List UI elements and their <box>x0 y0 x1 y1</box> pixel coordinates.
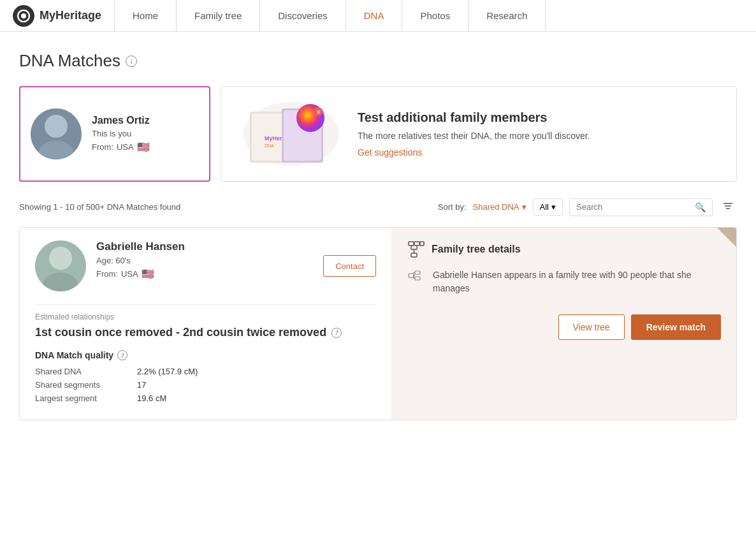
person-country: USA <box>117 142 134 152</box>
nav-item-family-tree[interactable]: Family tree <box>177 0 260 31</box>
svg-rect-21 <box>409 242 414 246</box>
nav-item-photos[interactable]: Photos <box>402 0 469 31</box>
shared-segments-label: Shared segments <box>35 380 137 390</box>
nav-item-discoveries[interactable]: Discoveries <box>260 0 346 31</box>
svg-text:DNA: DNA <box>265 143 274 148</box>
tree-icon <box>407 240 425 258</box>
family-tree-desc-text: Gabrielle Hansen appears in a family tre… <box>433 268 721 295</box>
estimated-relationships-label: Estimated relationships <box>35 312 376 321</box>
match-avatar <box>35 240 86 291</box>
info-icon[interactable]: i <box>126 55 137 67</box>
promo-title: Test additional family members <box>358 110 717 125</box>
filter-icon <box>722 200 734 212</box>
shared-segments-value: 17 <box>137 380 146 390</box>
filter-button[interactable] <box>719 197 737 217</box>
person-info: James Ortiz This is you From: USA 🇺🇸 <box>92 115 199 153</box>
match-name: Gabrielle Hansen <box>96 240 313 253</box>
person-avatar <box>31 108 82 159</box>
dna-quality-help-icon[interactable]: ? <box>117 350 127 360</box>
page-title-row: DNA Matches i <box>19 51 737 71</box>
estimated-relationship-value: 1st cousin once removed - 2nd cousin twi… <box>35 325 376 340</box>
family-tree-desc: Gabrielle Hansen appears in a family tre… <box>407 268 721 295</box>
promo-link[interactable]: Get suggestions <box>358 147 422 158</box>
match-age: Age: 60's <box>96 256 313 265</box>
from-label: From: <box>96 269 118 279</box>
dna-quality-label: DNA Match quality ? <box>35 350 376 360</box>
person-flag: 🇺🇸 <box>137 141 150 153</box>
match-right-panel: Family tree details Gabrielle Hansen app… <box>392 228 736 420</box>
chevron-down-icon: ▾ <box>551 202 556 212</box>
all-dropdown[interactable]: All ▾ <box>533 198 563 216</box>
sort-by-label: Sort by: <box>438 202 467 212</box>
largest-segment-label: Largest segment <box>35 393 137 403</box>
promo-desc: The more relatives test their DNA, the m… <box>358 130 717 143</box>
largest-segment-row: Largest segment 19.6 cM <box>35 393 376 403</box>
shared-segments-row: Shared segments 17 <box>35 380 376 390</box>
dna-stats: Shared DNA 2.2% (157.9 cM) Shared segmen… <box>35 367 376 403</box>
search-icon[interactable]: 🔍 <box>695 202 706 212</box>
shared-dna-label: Shared DNA <box>35 367 137 376</box>
svg-point-1 <box>21 13 26 18</box>
corner-marker <box>717 228 736 247</box>
shared-dna-value: 2.2% (157.9 cM) <box>137 367 198 376</box>
help-icon[interactable]: ? <box>331 328 342 338</box>
showing-text: Showing 1 - 10 of 500+ DNA Matches found <box>19 202 180 212</box>
match-flag: 🇺🇸 <box>142 268 154 280</box>
review-match-button[interactable]: Review match <box>631 314 721 340</box>
svg-rect-29 <box>409 274 414 277</box>
person-name: James Ortiz <box>92 115 199 126</box>
svg-text:✕: ✕ <box>316 109 321 115</box>
chevron-down-icon: ▾ <box>522 202 527 212</box>
match-info: Gabrielle Hansen Age: 60's From: USA 🇺🇸 <box>96 240 313 280</box>
promo-text: Test additional family members The more … <box>358 110 717 158</box>
svg-rect-31 <box>415 277 420 280</box>
svg-rect-30 <box>415 271 420 274</box>
match-actions: View tree Review match <box>407 314 721 340</box>
svg-rect-28 <box>411 253 417 257</box>
family-tree-title: Family tree details <box>407 240 721 258</box>
family-tree-title-text: Family tree details <box>432 244 521 255</box>
page-title: DNA Matches <box>19 51 120 71</box>
logo-text: MyHeritage <box>40 9 101 22</box>
nav-item-home[interactable]: Home <box>115 0 177 31</box>
logo[interactable]: MyHeritage <box>0 0 115 31</box>
svg-point-19 <box>49 247 72 270</box>
person-from: From: USA 🇺🇸 <box>92 141 199 153</box>
from-label: From: <box>92 142 113 152</box>
family-tree-icon <box>407 270 425 288</box>
match-country: USA <box>121 269 138 279</box>
nav-item-research[interactable]: Research <box>469 0 546 31</box>
match-header: Gabrielle Hansen Age: 60's From: USA 🇺🇸 … <box>35 240 376 291</box>
navigation: MyHeritage Home Family tree Discoveries … <box>0 0 756 32</box>
person-you: This is you <box>92 129 199 138</box>
toolbar-right: Sort by: Shared DNA ▾ All ▾ 🔍 <box>438 197 737 217</box>
largest-segment-value: 19.6 cM <box>137 393 166 403</box>
match-card: Gabrielle Hansen Age: 60's From: USA 🇺🇸 … <box>19 227 737 420</box>
search-box: 🔍 <box>569 198 713 216</box>
shared-dna-row: Shared DNA 2.2% (157.9 cM) <box>35 367 376 376</box>
match-left-panel: Gabrielle Hansen Age: 60's From: USA 🇺🇸 … <box>20 228 392 420</box>
nav-items: Home Family tree Discoveries DNA Photos … <box>115 0 756 31</box>
nav-item-dna[interactable]: DNA <box>346 0 403 31</box>
logo-icon <box>13 5 34 27</box>
search-input[interactable] <box>576 202 691 212</box>
person-card: James Ortiz This is you From: USA 🇺🇸 <box>19 86 210 182</box>
cards-row: James Ortiz This is you From: USA 🇺🇸 <box>19 86 737 182</box>
kit-illustration: MyHeritage DNA <box>240 99 342 169</box>
view-tree-button[interactable]: View tree <box>558 314 625 340</box>
match-from: From: USA 🇺🇸 <box>96 268 313 280</box>
promo-card: MyHeritage DNA <box>221 86 737 182</box>
svg-point-3 <box>45 115 68 138</box>
contact-button[interactable]: Contact <box>323 255 376 277</box>
svg-rect-23 <box>420 242 424 246</box>
sort-dropdown[interactable]: Shared DNA ▾ <box>473 202 527 212</box>
divider <box>35 304 376 305</box>
svg-rect-22 <box>414 242 419 246</box>
toolbar-row: Showing 1 - 10 of 500+ DNA Matches found… <box>19 197 737 217</box>
